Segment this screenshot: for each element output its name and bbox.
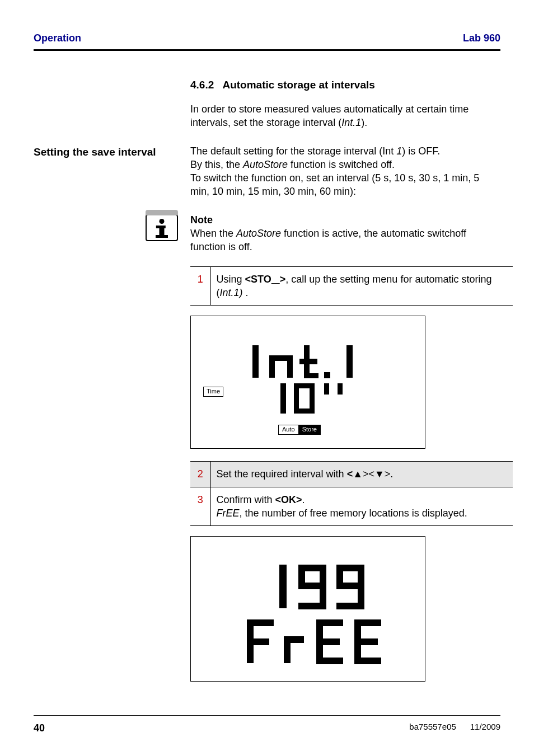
svg-rect-6 bbox=[304, 373, 318, 378]
seven-seg-free bbox=[245, 616, 401, 666]
svg-rect-31 bbox=[284, 636, 304, 643]
svg-rect-13 bbox=[294, 408, 314, 414]
step-text: Using <STO >, call up the setting menu f… bbox=[210, 266, 513, 306]
svg-rect-16 bbox=[279, 565, 287, 608]
step-table-2: 2 Set the required interval with <▲><▼>.… bbox=[190, 461, 513, 526]
svg-rect-29 bbox=[247, 638, 269, 645]
heading-title: Automatic storage at intervals bbox=[222, 79, 374, 91]
step-number: 3 bbox=[190, 487, 210, 526]
step-text: Set the required interval with <▲><▼>. bbox=[210, 462, 513, 487]
note-body: When the AutoStore function is active, t… bbox=[190, 228, 466, 252]
svg-rect-7 bbox=[324, 372, 330, 378]
header-model: Lab 960 bbox=[463, 31, 500, 45]
svg-rect-35 bbox=[316, 658, 343, 664]
step-table-1: 1 Using <STO >, call up the setting menu… bbox=[190, 266, 513, 306]
svg-rect-20 bbox=[320, 565, 326, 608]
intro-paragraph: In order to store measured values automa… bbox=[190, 102, 500, 130]
time-tag: Time bbox=[203, 387, 223, 397]
header-section: Operation bbox=[34, 31, 81, 45]
info-icon bbox=[146, 214, 178, 241]
page-number: 40 bbox=[34, 721, 45, 735]
svg-rect-8 bbox=[346, 345, 353, 378]
doc-date: 11/2009 bbox=[470, 722, 500, 731]
svg-rect-3 bbox=[287, 355, 293, 378]
svg-rect-21 bbox=[298, 603, 326, 609]
note-title: Note bbox=[190, 214, 213, 226]
autostore-tag: Auto Store bbox=[278, 425, 321, 435]
footer-right: ba75557e05 11/2009 bbox=[409, 721, 500, 735]
step-text: Confirm with <OK>.FrEE, the number of fr… bbox=[210, 487, 513, 526]
svg-rect-0 bbox=[252, 345, 259, 378]
svg-rect-25 bbox=[358, 565, 364, 608]
step-number: 2 bbox=[190, 462, 210, 487]
seven-seg-10i1 bbox=[280, 381, 392, 417]
side-label: Setting the save interval bbox=[34, 144, 190, 199]
doc-id: ba75557e05 bbox=[409, 722, 456, 731]
save-interval-body: The default setting for the storage inte… bbox=[190, 144, 500, 199]
seven-seg-int1 bbox=[252, 342, 392, 381]
svg-rect-39 bbox=[354, 658, 381, 664]
svg-rect-34 bbox=[316, 638, 340, 645]
svg-rect-5 bbox=[299, 359, 317, 364]
svg-rect-14 bbox=[324, 383, 329, 395]
store-label: Store bbox=[299, 425, 321, 435]
svg-rect-38 bbox=[354, 638, 378, 645]
svg-rect-9 bbox=[280, 383, 286, 414]
svg-rect-26 bbox=[336, 603, 364, 609]
svg-rect-15 bbox=[338, 383, 343, 395]
step-number: 1 bbox=[190, 266, 210, 306]
seven-seg-199 bbox=[276, 561, 388, 612]
heading-number: 4.6.2 bbox=[190, 79, 214, 91]
lcd-display-1: Time bbox=[190, 316, 425, 449]
auto-label: Auto bbox=[278, 425, 299, 435]
lcd-display-2 bbox=[190, 536, 425, 682]
section-heading: 4.6.2 Automatic storage at intervals bbox=[190, 78, 500, 92]
